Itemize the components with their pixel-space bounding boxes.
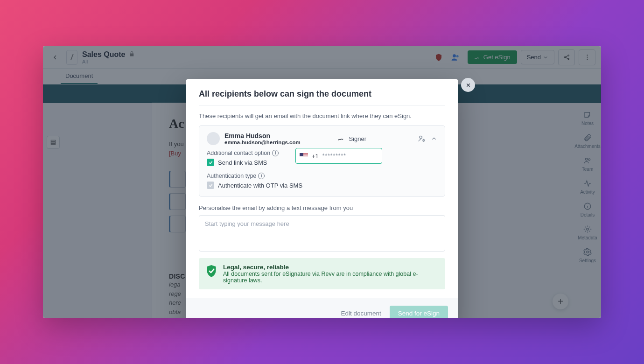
auth-otp-label: Authenticate with OTP via SMS <box>218 182 302 189</box>
legal-notice: Legal, secure, reliable All documents se… <box>199 258 445 289</box>
app-window: / Sales Quote All Get eSign Send <box>43 46 601 318</box>
chevron-up-icon[interactable] <box>431 135 437 142</box>
esign-modal: All recipients below can sign the docume… <box>186 79 458 318</box>
flag-us-icon <box>300 153 308 159</box>
recipient-email: emma-hudson@herrings.com <box>224 140 301 145</box>
phone-prefix: +1 <box>312 153 319 160</box>
recipient-card: Emma Hudson emma-hudson@herrings.com Sig… <box>199 125 445 197</box>
send-sms-checkbox[interactable] <box>207 159 214 166</box>
modal-footer: Edit document Send for eSign <box>186 298 458 318</box>
phone-input[interactable]: +1 ********* <box>295 148 382 164</box>
auth-otp-checkbox[interactable] <box>207 182 214 189</box>
message-textarea[interactable]: Start typing your message here <box>199 215 445 252</box>
info-icon[interactable]: i <box>272 150 279 156</box>
phone-mask: ********* <box>322 153 346 159</box>
svg-point-16 <box>420 136 422 138</box>
auth-type-label: Authentication type i <box>207 173 437 179</box>
svg-point-17 <box>423 140 424 141</box>
contact-option-label: Additional contact option i <box>207 150 295 156</box>
role-label: Signer <box>349 135 366 142</box>
info-icon[interactable]: i <box>258 173 265 179</box>
legal-title: Legal, secure, reliable <box>223 264 439 271</box>
avatar <box>207 132 220 145</box>
shield-check-icon <box>205 265 217 279</box>
edit-document-button[interactable]: Edit document <box>341 306 381 318</box>
modal-subtitle: These recipients will get an email with … <box>199 106 445 125</box>
message-placeholder: Start typing your message here <box>205 220 289 227</box>
recipient-name: Emma Hudson <box>224 132 301 140</box>
send-sms-label: Send link via SMS <box>218 159 267 166</box>
close-button[interactable] <box>461 78 475 92</box>
modal-title: All recipients below can sign the docume… <box>199 89 445 106</box>
recipient-role: Signer <box>337 135 366 142</box>
send-for-esign-button[interactable]: Send for eSign <box>390 306 448 318</box>
legal-text: All documents sent for eSignature via Re… <box>223 271 439 284</box>
user-settings-icon[interactable] <box>418 134 426 143</box>
modal-overlay: All recipients below can sign the docume… <box>43 46 601 318</box>
personalise-label: Personalise the email by adding a text m… <box>199 204 445 211</box>
